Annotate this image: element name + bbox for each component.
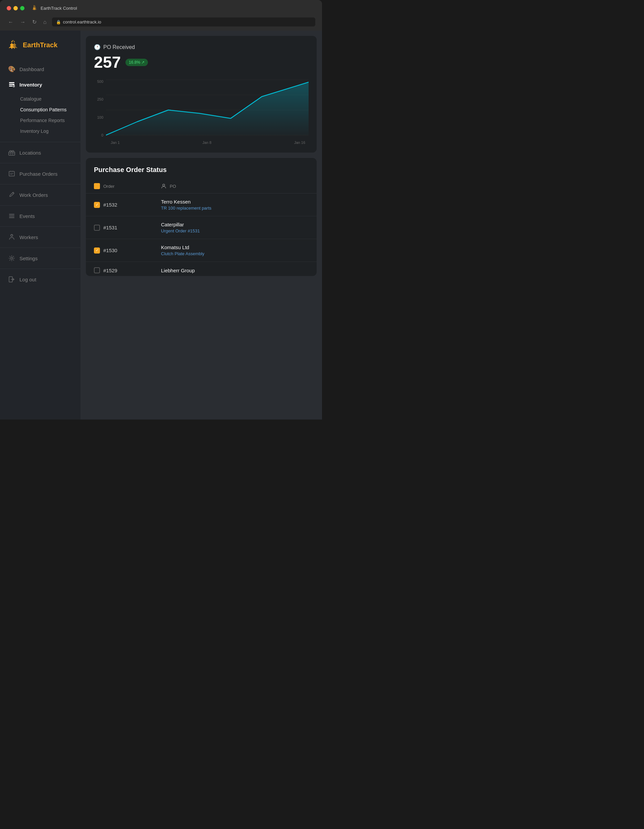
sidebar-item-inventory[interactable]: Inventory <box>0 77 80 92</box>
main-content: 🕐 PO Received 257 16.8% ↗ 500 250 <box>80 30 322 419</box>
clock-icon: 🕐 <box>94 44 101 50</box>
work-orders-icon <box>8 191 16 199</box>
y-label-0: 0 <box>94 133 106 137</box>
sidebar-logo: EarthTrack <box>0 30 80 58</box>
app-logo-small <box>31 5 38 11</box>
sidebar-item-locations[interactable]: Locations <box>0 145 80 160</box>
minimize-button[interactable] <box>13 6 18 10</box>
checkbox-1529[interactable] <box>94 267 100 273</box>
sub-nav: Catalogue Consumption Patterns Performan… <box>0 92 80 139</box>
sidebar-item-settings[interactable]: Settings <box>0 251 80 266</box>
sidebar-item-label-logout: Log out <box>19 277 36 282</box>
order-cell-1529: #1529 <box>94 267 161 273</box>
nav-divider-1 <box>0 142 80 142</box>
checkbox-1532[interactable]: ✓ <box>94 202 100 208</box>
nav-divider-6 <box>0 247 80 248</box>
logout-icon <box>8 276 16 283</box>
sub-nav-inventory-log[interactable]: Inventory Log <box>0 126 80 137</box>
traffic-lights <box>7 6 24 10</box>
address-bar[interactable]: 🔒 control.earthtrack.io <box>52 17 315 27</box>
svg-rect-7 <box>12 151 14 152</box>
svg-point-19 <box>11 257 13 259</box>
sub-nav-catalogue[interactable]: Catalogue <box>0 93 80 104</box>
locations-icon <box>8 149 16 156</box>
po-cell-1529: Liebherr Group <box>161 268 309 273</box>
po-cell-1532: Terro Kessen TR 100 replacement parts <box>161 199 309 211</box>
sidebar: EarthTrack 🎨 Dashboard <box>0 30 80 419</box>
sidebar-item-workers[interactable]: Workers <box>0 229 80 245</box>
svg-rect-0 <box>9 82 14 83</box>
col-header-po: PO <box>161 183 309 189</box>
settings-icon <box>8 255 16 262</box>
title-bar: EarthTrack Control <box>0 0 322 15</box>
y-label-500: 500 <box>94 79 106 84</box>
company-1532: Terro Kessen <box>161 199 309 205</box>
po-received-header: 🕐 PO Received <box>94 44 309 50</box>
app-container: EarthTrack 🎨 Dashboard <box>0 30 322 419</box>
browser-title: EarthTrack Control <box>31 5 77 11</box>
purchase-orders-icon <box>8 170 16 177</box>
sidebar-item-work-orders[interactable]: Work Orders <box>0 187 80 203</box>
badge-text: 16.8% ↗ <box>129 60 145 65</box>
chart-wrapper: 500 250 100 0 <box>94 78 309 145</box>
chart-svg-container <box>106 78 309 139</box>
nav-divider-5 <box>0 226 80 227</box>
order-cell-1531: #1531 <box>94 225 161 231</box>
nav-divider-3 <box>0 184 80 184</box>
x-label-jan8: Jan 8 <box>202 140 211 145</box>
home-button[interactable]: ⌂ <box>42 19 48 26</box>
y-label-100: 100 <box>94 115 106 120</box>
app-name: EarthTrack <box>23 41 57 49</box>
company-1530: Komatsu Ltd <box>161 244 309 250</box>
company-1529: Liebherr Group <box>161 268 309 273</box>
po-cell-1530: Komatsu Ltd Clutch Plate Assembly <box>161 244 309 256</box>
svg-rect-3 <box>13 85 14 87</box>
sidebar-item-purchase-orders[interactable]: Purchase Orders <box>0 166 80 181</box>
po-chart-svg <box>106 78 309 139</box>
browser-tab-title: EarthTrack Control <box>41 6 77 11</box>
order-id-1529: #1529 <box>103 268 117 273</box>
nav-divider-4 <box>0 205 80 206</box>
table-row: ✓ #1530 Komatsu Ltd Clutch Plate Assembl… <box>86 239 317 262</box>
close-button[interactable] <box>7 6 11 10</box>
checkbox-1530[interactable]: ✓ <box>94 247 100 254</box>
y-label-250: 250 <box>94 97 106 101</box>
order-cell-1532: ✓ #1532 <box>94 202 161 208</box>
url-display: control.earthtrack.io <box>63 19 101 24</box>
sidebar-item-label-dashboard: Dashboard <box>19 66 44 72</box>
svg-rect-18 <box>11 235 13 235</box>
sidebar-item-label-locations: Locations <box>19 150 41 156</box>
forward-button[interactable]: → <box>19 19 27 26</box>
table-row: #1531 Caterpillar Urgent Order #1531 <box>86 216 317 239</box>
inventory-icon <box>8 81 16 88</box>
po-cell-1531: Caterpillar Urgent Order #1531 <box>161 222 309 233</box>
po-received-badge: 16.8% ↗ <box>125 59 148 66</box>
back-button[interactable]: ← <box>7 19 15 26</box>
pos-title: Purchase Order Status <box>94 166 309 174</box>
pos-header: Purchase Order Status <box>86 158 317 179</box>
svg-rect-5 <box>9 152 15 155</box>
x-label-jan16: Jan 16 <box>294 140 305 145</box>
sidebar-item-events[interactable]: Events <box>0 208 80 224</box>
chart-x-labels: Jan 1 Jan 8 Jan 16 <box>107 140 309 145</box>
po-received-value-row: 257 16.8% ↗ <box>94 53 309 71</box>
chart-with-y-labels: 500 250 100 0 <box>94 78 309 139</box>
table-row: ✓ #1532 Terro Kessen TR 100 replacement … <box>86 194 317 216</box>
order-id-1532: #1532 <box>103 202 117 208</box>
order-icon <box>94 183 100 189</box>
description-1531: Urgent Order #1531 <box>161 229 309 233</box>
sidebar-item-logout[interactable]: Log out <box>0 272 80 287</box>
svg-rect-2 <box>9 85 13 87</box>
pos-table-header: Order PO <box>86 179 317 194</box>
description-1532: TR 100 replacement parts <box>161 206 309 211</box>
chart-y-labels: 500 250 100 0 <box>94 78 106 139</box>
sub-nav-performance-reports[interactable]: Performance Reports <box>0 115 80 126</box>
sidebar-item-dashboard[interactable]: 🎨 Dashboard <box>0 61 80 77</box>
maximize-button[interactable] <box>20 6 24 10</box>
description-1530: Clutch Plate Assembly <box>161 251 309 256</box>
sidebar-item-label-inventory: Inventory <box>19 82 42 88</box>
checkbox-1531[interactable] <box>94 225 100 231</box>
order-id-1530: #1530 <box>103 247 117 253</box>
reload-button[interactable]: ↻ <box>31 18 38 26</box>
sub-nav-consumption-patterns[interactable]: Consumption Patterns <box>0 104 80 115</box>
